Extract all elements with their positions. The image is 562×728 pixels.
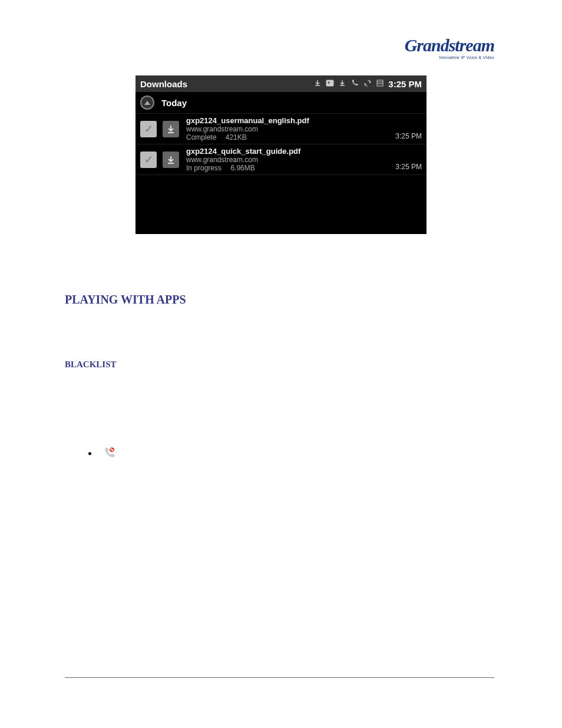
section-label: Today	[161, 98, 187, 108]
collapse-icon[interactable]	[140, 95, 154, 110]
download-filename: gxp2124_usermanual_english.pdf	[186, 116, 395, 125]
blacklist-phone-icon	[102, 446, 116, 460]
sync-icon	[363, 79, 372, 89]
list-item[interactable]: gxp2124_quick_start_guide.pdf www.grands…	[135, 144, 427, 175]
svg-rect-2	[377, 80, 383, 86]
screen-title: Downloads	[140, 79, 187, 89]
phone-icon	[351, 79, 359, 89]
checkbox[interactable]	[140, 151, 157, 168]
heading-blacklist: BLACKLIST	[65, 360, 497, 370]
grid-icon	[376, 80, 384, 88]
download-time: 3:25 PM	[395, 163, 422, 172]
footer-divider	[65, 677, 494, 678]
download-file-icon	[163, 151, 179, 168]
empty-area	[135, 175, 427, 234]
section-header[interactable]: Today	[135, 92, 427, 114]
svg-rect-0	[326, 80, 333, 86]
download-status: Complete 421KB	[186, 133, 395, 141]
brand-logo: Grandstream Innovative IP Voice & Video	[405, 35, 494, 60]
download-filename: gxp2124_quick_start_guide.pdf	[186, 147, 395, 156]
download-info: gxp2124_quick_start_guide.pdf www.grands…	[186, 147, 395, 172]
download-file-icon	[163, 121, 179, 137]
download-icon	[314, 80, 321, 88]
download-source: www.grandstream.com	[186, 125, 395, 133]
download-icon	[339, 80, 346, 88]
downloads-screenshot: Downloads 3:25 PM Today	[135, 75, 427, 234]
heading-playing-with-apps: PLAYING WITH APPS	[65, 293, 497, 307]
brand-tagline: Innovative IP Voice & Video	[405, 55, 494, 60]
list-item[interactable]: gxp2124_usermanual_english.pdf www.grand…	[135, 114, 427, 144]
brand-name: Grandstream	[405, 35, 494, 55]
bullet-dot-icon	[88, 452, 91, 455]
download-status: In progress 6.96MB	[186, 164, 395, 172]
checkbox[interactable]	[140, 121, 157, 137]
picture-icon	[326, 80, 334, 88]
download-time: 3:25 PM	[395, 132, 422, 141]
download-info: gxp2124_usermanual_english.pdf www.grand…	[186, 116, 395, 141]
status-bar: Downloads 3:25 PM	[135, 75, 427, 92]
status-icons	[314, 79, 384, 89]
bullet-item	[88, 446, 497, 460]
svg-point-1	[328, 81, 330, 83]
download-source: www.grandstream.com	[186, 156, 395, 164]
status-time: 3:25 PM	[388, 79, 422, 89]
document-content: PLAYING WITH APPS BLACKLIST	[65, 293, 497, 460]
